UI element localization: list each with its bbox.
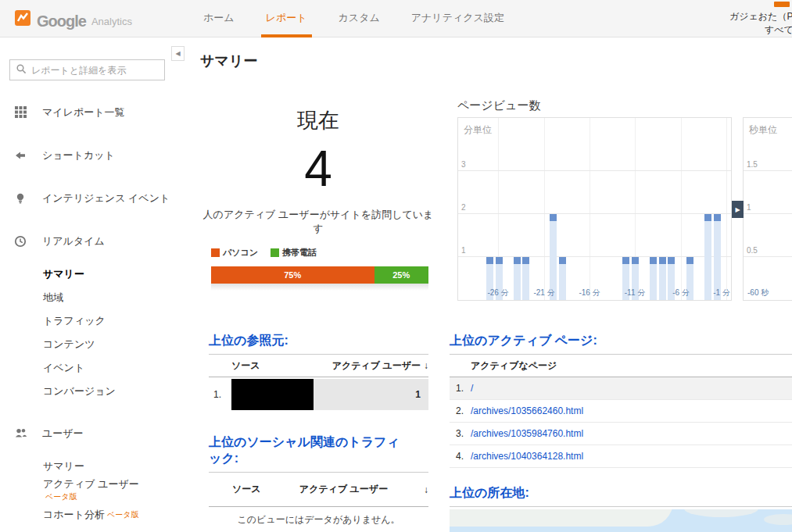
source-column-header: ソース [231,359,332,373]
realtime-submenu: サマリー 地域 トラフィック コンテンツ イベント コンバージョン [0,262,190,403]
y-tick-label: 1 [747,203,751,212]
beta-badge: ベータ版 [107,509,138,521]
search-input[interactable] [31,65,159,76]
gridline: 0.5 [744,256,792,257]
table-row: 1. 1 [209,377,428,412]
top-referrals-section: 上位の参照元: ソース アクティブ ユーザー ↓ 1. 1 [209,332,428,412]
pageviews-bar [550,214,557,300]
sidebar-item-realtime-locations[interactable]: 地域 [43,286,190,309]
pageviews-bar [704,214,711,300]
nav-tab-admin[interactable]: アナリティクス設定 [396,0,520,37]
account-view-label[interactable]: すべて [765,23,792,37]
pageviews-bar [514,257,521,300]
pageviews-bar [714,214,721,300]
chart-panel-next-button[interactable]: ▶ [732,201,744,218]
sub-item-label: コホート分析 [43,509,105,521]
logo-analytics-text: Analytics [91,14,132,30]
sidebar-item-audience[interactable]: ユーザー [0,412,190,455]
legend-item-desktop: パソコン [211,247,258,259]
notification-fragment [774,2,790,7]
sub-item-label: アクティブ ユーザー [43,478,139,491]
x-tick-label: -16 分 [574,288,605,298]
sub-item-label: トラフィック [43,315,106,327]
sidebar-item-realtime-conversions[interactable]: コンバージョン [43,380,190,403]
top-active-pages-title[interactable]: 上位のアクティブ ページ: [450,332,792,355]
y-tick-label: 0.5 [747,246,758,255]
sidebar-item-realtime[interactable]: リアルタイム [0,220,190,262]
legend-item-mobile: 携帯電話 [271,247,317,259]
table-row: 2. /archives/1035662460.html [450,400,792,423]
google-analytics-realtime-page: Google Analytics ホーム レポート カスタム アナリティクス設定… [0,0,792,532]
sidebar-collapse-button[interactable]: ◀ [171,46,185,61]
top-referrals-title[interactable]: 上位の参照元: [209,332,428,355]
sidebar-item-intelligence-events[interactable]: インテリジェンス イベント [0,177,190,220]
x-tick-label: -11 分 [619,288,650,298]
table-row: 3. /archives/1035984760.html [450,423,792,445]
sidebar-item-audience-overview[interactable]: サマリー [43,455,190,478]
table-row: 4. /archives/1040364128.html [450,445,792,468]
vertical-gridline [590,118,590,300]
primary-nav: ホーム レポート カスタム アナリティクス設定 [188,0,520,37]
sidebar-item-realtime-overview[interactable]: サマリー [43,262,190,286]
sub-item-label: 地域 [43,291,63,304]
map-landmass [450,509,673,527]
row-rank: 3. [450,428,471,439]
pageviews-bar [559,257,566,300]
nav-tab-home[interactable]: ホーム [188,0,250,37]
device-legend: パソコン 携帯電話 [211,247,317,259]
sidebar-item-label: マイレポート一覧 [42,105,125,120]
row-rank: 4. [450,451,471,462]
sort-descending-icon[interactable]: ↓ [424,484,428,495]
top-locations-title[interactable]: 上位の所在地: [450,484,792,507]
sidebar-item-label: リアルタイム [42,234,105,248]
sidebar-item-active-users[interactable]: アクティブ ユーザー ベータ版 [43,478,190,503]
gridline: 1 [744,213,792,214]
sidebar-item-realtime-traffic[interactable]: トラフィック [43,309,190,333]
top-social-traffic-title[interactable]: 上位のソーシャル関連のトラフィック: [209,434,428,473]
map-landmass [764,514,792,525]
page-link[interactable]: /archives/1035984760.html [471,428,583,439]
top-locations-section: 上位の所在地: [450,484,792,532]
page-link[interactable]: /archives/1035662460.html [471,405,583,416]
x-tick-label: -6 分 [665,288,697,298]
gridline: 1.5 [744,170,792,171]
page-column-header: アクティブなページ [471,359,557,373]
active-users-subtitle: 人のアクティブ ユーザーがサイトを訪問しています [201,208,435,236]
page-link[interactable]: /archives/1040364128.html [471,451,583,462]
x-tick-label: -26 分 [482,288,514,298]
right-now-heading: 現在 [201,106,435,134]
x-tick-label: -1 分 [713,288,730,298]
right-now-panel: 現在 4 人のアクティブ ユーザーがサイトを訪問しています [201,106,435,236]
device-split-segment: 75% [211,266,374,284]
locations-map[interactable] [450,509,792,532]
empty-data-message: このビューにはデータがありません。 [209,507,428,532]
page-link[interactable]: / [471,383,473,394]
sort-descending-icon[interactable]: ↓ [424,360,428,371]
sidebar-item-cohort-analysis[interactable]: コホート分析 ベータ版 [43,503,190,527]
google-analytics-logo[interactable]: Google Analytics [14,9,132,30]
sidebar-item-realtime-content[interactable]: コンテンツ [43,333,190,356]
clock-icon [13,235,27,248]
active-users-column-header: アクティブ ユーザー [332,359,421,373]
nav-tab-customization[interactable]: カスタム [323,0,396,37]
sub-item-label: イベント [43,362,84,374]
source-column-header: ソース [232,484,267,495]
device-split-bar: 75% 25% [211,266,428,284]
sidebar-item-shortcuts[interactable]: ショートカット [0,134,190,177]
sub-item-label: コンバージョン [43,385,116,398]
sidebar-item-label: ユーザー [42,427,84,441]
bulb-icon [13,192,27,205]
sidebar-item-dashboards[interactable]: マイレポート一覧 [0,91,190,134]
nav-tab-reporting[interactable]: レポート [250,0,323,37]
main-content: サマリー 現在 4 人のアクティブ ユーザーがサイトを訪問しています パソコン … [190,37,792,532]
sidebar-item-realtime-events[interactable]: イベント [43,356,190,380]
map-landmass [684,509,758,517]
active-users-count: 4 [201,142,435,195]
chevron-left-icon: ◀ [175,50,180,57]
table-row: 1. / [450,377,792,400]
grid-icon [13,106,27,118]
search-icon [16,63,27,77]
account-name[interactable]: ガジェおた（P [729,10,792,23]
beta-badge: ベータ版 [45,491,77,503]
chevron-right-icon: ▶ [735,206,740,213]
